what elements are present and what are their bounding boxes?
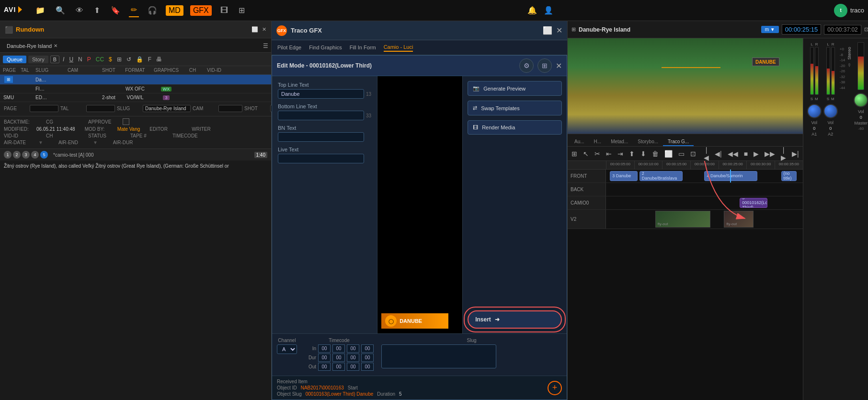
- prev-btn[interactable]: ◀◀: [726, 149, 740, 159]
- edit-icon[interactable]: ✏: [129, 3, 139, 17]
- air-end-dropdown[interactable]: ▼: [93, 140, 98, 145]
- a1-knob[interactable]: [807, 104, 822, 118]
- v2-clip-1[interactable]: fly-out: [655, 211, 710, 228]
- fit-btn[interactable]: ⊡: [864, 26, 868, 33]
- tl-up-btn[interactable]: ⬆: [627, 149, 637, 159]
- tal-input[interactable]: [86, 105, 115, 112]
- nav-pilot-edge[interactable]: Pilot Edge: [277, 44, 301, 51]
- insert-btn[interactable]: Insert ➜: [468, 310, 562, 329]
- md-icon[interactable]: MD: [166, 5, 183, 16]
- italic-btn[interactable]: I: [61, 56, 66, 63]
- tc-dur-1[interactable]: [318, 354, 331, 362]
- headphones-icon[interactable]: 🎧: [146, 4, 159, 17]
- search-icon[interactable]: 🔍: [54, 4, 67, 17]
- tl-del-btn[interactable]: 🗑: [650, 149, 661, 159]
- minimize-icon[interactable]: ⬜: [251, 26, 258, 33]
- bell-icon[interactable]: 🔔: [527, 6, 537, 15]
- tc-dur-2[interactable]: [332, 354, 345, 362]
- table-row[interactable]: ⊞ Danube-Rye Island: [0, 75, 271, 85]
- nav-fill-in-form[interactable]: Fill In Form: [350, 44, 376, 51]
- clip-no-title[interactable]: (no title): [781, 171, 797, 182]
- tc-out-4[interactable]: [361, 363, 374, 371]
- clip-danube-samorin[interactable]: 4 Danube/Samorin: [704, 171, 757, 182]
- p-btn[interactable]: P: [86, 56, 92, 63]
- edit-close-btn[interactable]: ✕: [556, 58, 562, 73]
- clip-lower-third[interactable]: 5 00010162(Lower Third): [740, 198, 767, 208]
- play-btn[interactable]: ▶: [752, 149, 761, 159]
- tc-out-1[interactable]: [318, 363, 331, 371]
- slug-tc-input[interactable]: [381, 344, 496, 368]
- cc-btn[interactable]: CC: [94, 56, 105, 63]
- bn-input[interactable]: [278, 132, 364, 142]
- tab-metadata[interactable]: Metad...: [606, 138, 633, 146]
- lock-btn[interactable]: 🔒: [135, 56, 145, 63]
- seq-num-5[interactable]: 5: [40, 151, 48, 159]
- a2-knob[interactable]: [823, 104, 838, 118]
- nav-find-graphics[interactable]: Find Graphics: [309, 44, 342, 51]
- underline-btn[interactable]: U: [68, 56, 75, 63]
- seq-num-3[interactable]: 3: [22, 151, 30, 159]
- tl-btn-1[interactable]: ⊞: [570, 149, 579, 159]
- clip-danube[interactable]: 3 Danube: [610, 171, 638, 182]
- hamburger-icon[interactable]: ☰: [263, 43, 268, 49]
- page-input[interactable]: [30, 105, 58, 112]
- tl-extra-btn[interactable]: ⊡: [688, 149, 698, 159]
- eye-icon[interactable]: 👁: [74, 4, 85, 17]
- bold-btn[interactable]: B: [50, 56, 59, 63]
- tab-storyboard[interactable]: Storybo...: [633, 138, 663, 146]
- seq-num-4[interactable]: 4: [31, 151, 39, 159]
- tc-dur-3[interactable]: [347, 354, 359, 362]
- approve-checkbox[interactable]: [123, 118, 129, 125]
- tc-in-1[interactable]: [318, 344, 331, 353]
- table-row[interactable]: SMU EDUCATION SUMMIT 2-shot VO/W/L 3: [0, 93, 271, 102]
- tl-clip-btn[interactable]: ▭: [676, 149, 686, 159]
- table-row[interactable]: FIRST WX WX OFC WX: [0, 85, 271, 93]
- tab-traco-g[interactable]: Traco G...: [663, 138, 694, 146]
- next-frame-btn[interactable]: |▶: [779, 145, 788, 162]
- tab-audio[interactable]: Au...: [570, 138, 589, 146]
- grid-icon[interactable]: ⊞: [237, 4, 247, 17]
- upload-icon[interactable]: ⬆: [92, 4, 102, 17]
- top-line-input[interactable]: [278, 89, 364, 99]
- prev-frame-btn[interactable]: ◀|: [713, 149, 724, 159]
- n-btn[interactable]: N: [77, 56, 84, 63]
- dollar-btn[interactable]: $: [107, 56, 114, 63]
- channel-select[interactable]: A: [277, 344, 297, 354]
- tab-h[interactable]: H...: [589, 138, 606, 146]
- traco-minimize-btn[interactable]: ⬜: [543, 26, 552, 35]
- slug-input-prop[interactable]: [143, 105, 191, 112]
- edit-layout-btn[interactable]: ⊞: [537, 58, 552, 73]
- tl-trim-btn[interactable]: ⇤: [604, 149, 614, 159]
- traco-close-btn[interactable]: ✕: [556, 26, 562, 35]
- go-to-start-btn[interactable]: |◀: [702, 145, 711, 162]
- tab-danube[interactable]: Danube-Rye Island ✕: [7, 43, 57, 49]
- seq-num-1[interactable]: 1: [4, 151, 11, 159]
- tc-in-2[interactable]: [332, 344, 345, 353]
- live-input[interactable]: [278, 154, 364, 163]
- tl-down-btn[interactable]: ⬇: [639, 149, 648, 159]
- tl-btn-2[interactable]: ↖: [581, 149, 591, 159]
- tl-btn-3[interactable]: ✂: [593, 149, 602, 159]
- clip-danube-bratislava[interactable]: 2 Danube/Bratislava: [640, 171, 683, 182]
- nav-camio-luci[interactable]: Camio - Luci: [384, 43, 413, 52]
- tc-out-3[interactable]: [347, 363, 359, 371]
- close-rundown-icon[interactable]: ✕: [262, 26, 266, 33]
- edit-settings-btn[interactable]: ⚙: [519, 58, 534, 73]
- generate-preview-btn[interactable]: 📷 Generate Preview: [468, 81, 562, 96]
- undo-btn[interactable]: ↺: [125, 56, 133, 63]
- story-btn[interactable]: Story: [28, 56, 48, 63]
- seq-num-2[interactable]: 2: [13, 151, 21, 159]
- tl-trim-btn-2[interactable]: ⇥: [616, 149, 625, 159]
- render-media-btn[interactable]: 🎞 Render Media: [468, 120, 562, 135]
- gfx-icon[interactable]: GFX: [190, 5, 212, 16]
- tc-in-3[interactable]: [347, 344, 359, 353]
- film-icon[interactable]: 🎞: [218, 4, 230, 17]
- bookmark-icon[interactable]: 🔖: [109, 4, 122, 17]
- tc-dur-4[interactable]: [361, 354, 374, 362]
- cam-input[interactable]: [218, 105, 242, 112]
- ff-btn[interactable]: ▶▶: [763, 149, 777, 159]
- tc-in-4[interactable]: [361, 344, 374, 353]
- tc-out-2[interactable]: [332, 363, 345, 371]
- tl-mark-btn[interactable]: ⬜: [662, 149, 674, 159]
- queue-btn[interactable]: Queue: [3, 56, 26, 63]
